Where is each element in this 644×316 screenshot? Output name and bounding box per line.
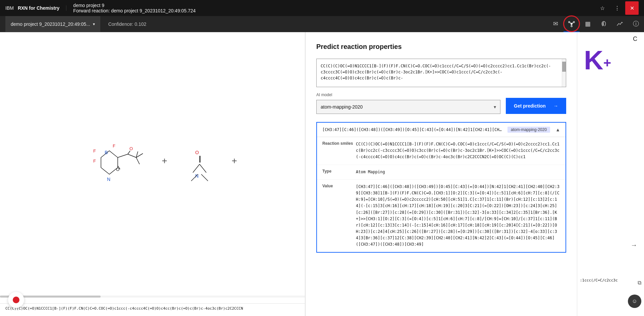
smiles-label-bar: CC(C)(C)OC(=O)N1CCCC1[B-](F)(F)F.CN(C)C=… <box>0 303 305 313</box>
predict-title: Predict reaction properties <box>316 43 566 51</box>
star-button[interactable]: ☆ <box>596 1 609 15</box>
svg-text:O: O <box>195 150 199 155</box>
sub-bar: demo project 9_20231012_20:49:05... ▾ Co… <box>0 16 644 32</box>
smiles-text: CC(C)(C)OC(=O)N1CCCC1[B-](F)(F)F.CN(C)C=… <box>5 306 300 311</box>
detail-value-type: Atom Mapping <box>356 169 560 175</box>
chart-action-button[interactable] <box>612 16 628 32</box>
svg-line-25 <box>193 164 200 173</box>
ai-model-row: AI model atom-mapping-2020 rxn-4.0 atom-… <box>316 92 566 114</box>
result-row: [CH3:47][C:46]([CH3:48])([CH3:49])[O:45]… <box>316 122 566 253</box>
project-title-dropdown[interactable]: demo project 9_20231012_20:49:05... ▾ <box>5 16 100 32</box>
top-bar-icons: ☆ ⋮ ✕ <box>596 1 639 15</box>
molecule-2: O N <box>173 111 226 211</box>
ai-model-select-wrapper: atom-mapping-2020 rxn-4.0 atom-mapping-2… <box>316 100 500 114</box>
svg-point-3 <box>571 25 572 27</box>
copy-button[interactable]: ⧉ <box>638 280 641 286</box>
detail-row-value: Value [CH3:47][C:46]([CH3:48])([CH3:49])… <box>317 180 566 252</box>
recording-button[interactable] <box>8 292 24 308</box>
smiles-snippet: :1ccc(/C=C/c2cc3c <box>580 278 618 282</box>
project-info: demo project 9 Forward reaction: demo pr… <box>66 3 196 13</box>
help-icon: ☺ <box>632 298 637 304</box>
more-menu-button[interactable]: ⋮ <box>610 1 624 15</box>
reaction-panel: N B F F F O O <box>0 32 305 316</box>
plus-sign-2: + <box>226 155 243 166</box>
arrow-right-icon: → <box>631 241 637 249</box>
main-content: N B F F F O O <box>0 32 644 316</box>
svg-line-5 <box>572 22 573 23</box>
sub-bar-actions: ✉ ▦ ⓘ <box>547 16 644 32</box>
svg-text:N: N <box>107 177 110 182</box>
smiles-textarea[interactable]: CC(C)(C)OC(=O)N1CCCC1[B-](F)(F)F.CN(C)C=… <box>317 59 566 86</box>
detail-label-type: Type <box>322 169 356 175</box>
chevron-down-icon: ▾ <box>93 22 95 26</box>
result-chevron-icon[interactable]: ▲ <box>555 127 560 132</box>
svg-marker-7 <box>101 151 118 174</box>
k-symbol: K <box>584 45 603 75</box>
svg-text:O: O <box>129 146 133 151</box>
detail-value-reaction-smiles: CC(C)(C)OC(=O)N1CCCC1[B-](F)(F)F.CN(C)C=… <box>356 141 560 161</box>
graph-action-button[interactable] <box>564 16 580 32</box>
ai-model-label: AI model <box>316 92 500 97</box>
svg-line-21 <box>128 151 130 154</box>
molecule-1: N B F F F O O <box>62 111 156 211</box>
detail-label-value: Value <box>322 184 356 248</box>
svg-line-18 <box>136 157 140 164</box>
project-name: demo project 9 <box>73 3 196 8</box>
result-details: Reaction smiles CC(C)(C)OC(=O)N1CCCC1[B-… <box>317 137 566 252</box>
svg-text:F: F <box>93 159 96 164</box>
detail-label-reaction-smiles: Reaction smiles <box>322 141 356 161</box>
ibm-label: IBM <box>5 5 14 11</box>
help-button[interactable]: ☺ <box>628 295 641 308</box>
predict-panel: Predict reaction properties CC(C)(C)OC(=… <box>305 32 577 316</box>
project-detail: Forward reaction: demo project 9_2023101… <box>73 8 196 13</box>
top-bar: IBM RXN for Chemistry demo project 9 For… <box>0 0 644 16</box>
detail-value-value: [CH3:47][C:46]([CH3:48])([CH3:49])[O:45]… <box>356 184 560 248</box>
svg-text:B: B <box>105 150 108 155</box>
k-plus-display: C K+ <box>584 39 637 74</box>
svg-point-2 <box>573 21 575 23</box>
plus-symbol: + <box>603 55 611 70</box>
svg-text:N: N <box>195 173 199 179</box>
project-title-text: demo project 9_20231012_20:49:05... <box>11 21 90 27</box>
result-smiles-preview: [CH3:47][C:46]([CH3:48])([CH3:49])[O:45]… <box>322 127 502 132</box>
svg-line-26 <box>200 164 206 173</box>
table-action-button[interactable]: ▦ <box>580 16 596 32</box>
svg-line-4 <box>570 22 571 23</box>
svg-line-16 <box>128 154 136 157</box>
result-badge: atom-mapping-2020 <box>507 127 550 133</box>
fingerprint-action-button[interactable] <box>596 16 612 32</box>
recording-dot <box>13 297 19 303</box>
brand: IBM RXN for Chemistry <box>5 5 66 11</box>
info-action-button[interactable]: ⓘ <box>628 16 644 32</box>
reaction-drawing: N B F F F O O <box>0 32 305 289</box>
confidence-display: Confidence: 0.102 <box>100 21 147 27</box>
close-button[interactable]: ✕ <box>625 1 639 15</box>
ai-model-field: AI model atom-mapping-2020 rxn-4.0 atom-… <box>316 92 500 114</box>
svg-point-1 <box>569 21 570 23</box>
svg-line-15 <box>118 154 128 157</box>
rxn-label: RXN for Chemistry <box>18 5 59 11</box>
arrow-icon: → <box>553 103 558 109</box>
ai-model-select[interactable]: atom-mapping-2020 rxn-4.0 atom-mapping-2… <box>317 100 500 114</box>
email-action-button[interactable]: ✉ <box>547 16 564 32</box>
c-label: C <box>633 36 637 43</box>
result-row-header: [CH3:47][C:46]([CH3:48])([CH3:49])[O:45]… <box>317 123 566 137</box>
svg-text:F: F <box>93 148 96 153</box>
svg-text:F: F <box>113 143 115 148</box>
smiles-scrollbar <box>562 59 566 87</box>
svg-line-29 <box>201 174 208 181</box>
get-prediction-button[interactable]: Get prediction → <box>506 98 566 114</box>
plus-sign-1: + <box>156 155 172 166</box>
smiles-input-container: CC(C)(C)OC(=O)N1CCCC1[B-](F)(F)F.CN(C)C=… <box>316 59 566 87</box>
detail-row-reaction-smiles: Reaction smiles CC(C)(C)OC(=O)N1CCCC1[B-… <box>317 137 566 165</box>
far-right-panel: C K+ → :1ccc(/C=C/c2cc3c ⧉ ☺ <box>577 32 644 316</box>
get-prediction-label: Get prediction <box>514 103 546 109</box>
detail-row-type: Type Atom Mapping <box>317 165 566 180</box>
